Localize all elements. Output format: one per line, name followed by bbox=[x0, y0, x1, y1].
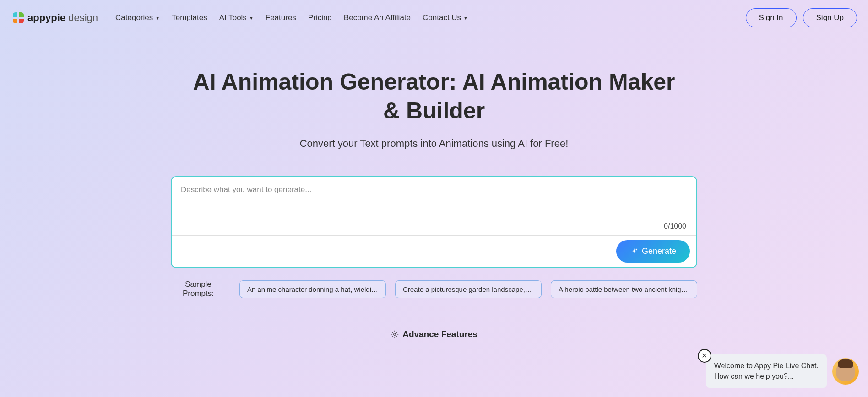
generate-button[interactable]: Generate bbox=[616, 240, 690, 263]
gear-icon bbox=[391, 330, 399, 338]
generate-label: Generate bbox=[642, 247, 676, 256]
caret-down-icon: ▼ bbox=[463, 16, 468, 21]
sample-prompt-chip[interactable]: A heroic battle between two ancient knig… bbox=[551, 280, 697, 298]
logo-light: design bbox=[65, 12, 98, 23]
nav-ai-tools[interactable]: AI Tools ▼ bbox=[219, 13, 254, 22]
nav-label: Pricing bbox=[308, 13, 332, 22]
nav-label: Contact Us bbox=[423, 13, 461, 22]
page-title: AI Animation Generator: AI Animation Mak… bbox=[182, 68, 686, 125]
chat-widget: ✕ Welcome to Appy Pie Live Chat. How can… bbox=[706, 354, 859, 388]
chat-avatar-button[interactable] bbox=[832, 358, 859, 385]
signin-button[interactable]: Sign In bbox=[746, 8, 797, 27]
nav-label: Features bbox=[266, 13, 296, 22]
nav-contact[interactable]: Contact Us ▼ bbox=[423, 13, 468, 22]
page-subtitle: Convert your Text prompts into Animation… bbox=[0, 138, 868, 150]
nav-templates[interactable]: Templates bbox=[172, 13, 207, 22]
signup-button[interactable]: Sign Up bbox=[803, 8, 857, 27]
svg-point-0 bbox=[394, 333, 396, 336]
nav-label: AI Tools bbox=[219, 13, 247, 22]
logo-text: appypie design bbox=[27, 12, 98, 24]
nav-label: Templates bbox=[172, 13, 207, 22]
caret-down-icon: ▼ bbox=[249, 16, 254, 21]
nav-features[interactable]: Features bbox=[266, 13, 296, 22]
caret-down-icon: ▼ bbox=[155, 16, 160, 21]
nav-affiliate[interactable]: Become An Affiliate bbox=[344, 13, 411, 22]
logo-icon bbox=[11, 11, 26, 25]
nav-label: Become An Affiliate bbox=[344, 13, 411, 22]
avatar-icon bbox=[836, 362, 855, 381]
sample-prompt-chip[interactable]: Create a picturesque garden landscape, w… bbox=[395, 280, 542, 298]
chat-line: Welcome to Appy Pie Live Chat. bbox=[714, 361, 819, 371]
nav-pricing[interactable]: Pricing bbox=[308, 13, 332, 22]
sample-prompts-label: Sample Prompts: bbox=[171, 280, 226, 298]
nav-categories[interactable]: Categories ▼ bbox=[115, 13, 160, 22]
char-count: 0/1000 bbox=[172, 222, 696, 236]
nav: Categories ▼ Templates AI Tools ▼ Featur… bbox=[115, 13, 468, 22]
advance-features-button[interactable]: Advance Features bbox=[0, 329, 868, 339]
sample-prompts-row: Sample Prompts: An anime character donni… bbox=[171, 280, 697, 298]
advance-features-label: Advance Features bbox=[402, 329, 477, 339]
sparkle-icon bbox=[630, 247, 638, 256]
close-icon: ✕ bbox=[701, 351, 707, 361]
prompt-input[interactable] bbox=[172, 177, 696, 220]
sample-prompt-chip[interactable]: An anime character donning a hat, wieldi… bbox=[239, 280, 386, 298]
nav-label: Categories bbox=[115, 13, 153, 22]
header-right: Sign In Sign Up bbox=[746, 8, 857, 27]
chat-bubble: ✕ Welcome to Appy Pie Live Chat. How can… bbox=[706, 354, 827, 388]
generate-row: Generate bbox=[172, 236, 696, 267]
logo-bold: appypie bbox=[27, 12, 65, 23]
prompt-container: 0/1000 Generate bbox=[171, 176, 697, 268]
logo[interactable]: appypie design bbox=[11, 11, 98, 25]
chat-close-button[interactable]: ✕ bbox=[698, 349, 711, 363]
header-left: appypie design Categories ▼ Templates AI… bbox=[11, 11, 468, 25]
chat-line: How can we help you?... bbox=[714, 371, 819, 381]
header: appypie design Categories ▼ Templates AI… bbox=[0, 0, 868, 36]
main: AI Animation Generator: AI Animation Mak… bbox=[0, 36, 868, 339]
